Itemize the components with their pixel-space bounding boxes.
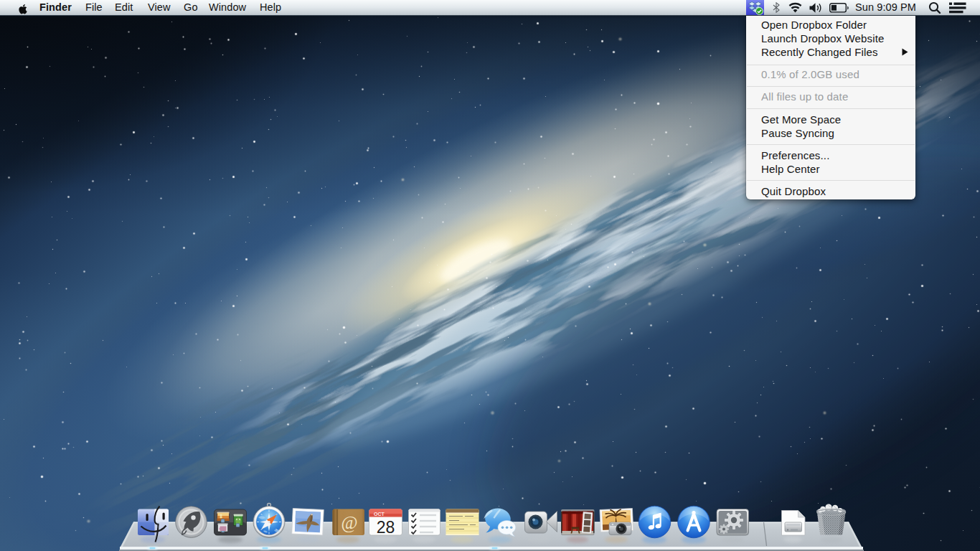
svg-text:28: 28 — [377, 518, 395, 537]
svg-text:@: @ — [341, 513, 357, 533]
svg-text:OCT: OCT — [374, 512, 385, 517]
